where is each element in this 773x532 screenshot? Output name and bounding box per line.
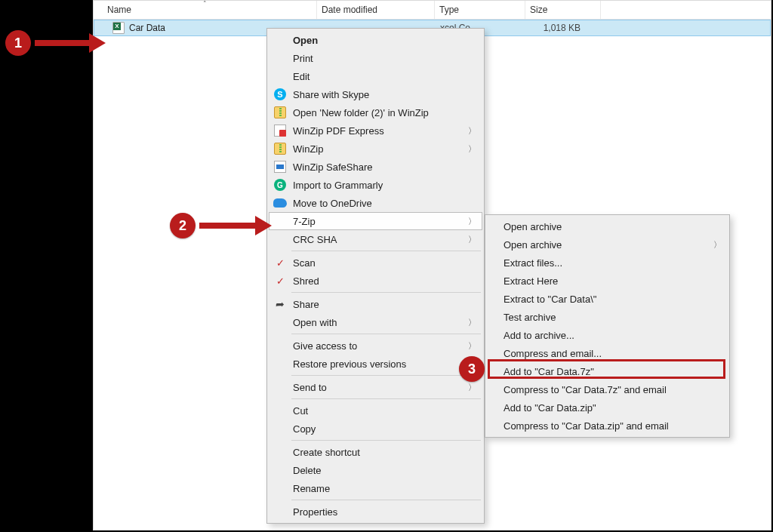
share-icon: ➦: [273, 297, 287, 311]
menu-separator: [291, 251, 481, 251]
menu-import-grammarly[interactable]: G Import to Grammarly: [269, 176, 482, 194]
submenu-arrow-icon: 〉: [468, 340, 476, 352]
submenu-arrow-icon: 〉: [468, 317, 476, 328]
menu-separator: [291, 334, 481, 334]
menu-winzip-safeshare[interactable]: WinZip SafeShare: [269, 158, 482, 176]
submenu-extract-files[interactable]: Extract files...: [487, 254, 728, 272]
column-date-label: Date modified: [322, 5, 377, 15]
submenu-test-archive[interactable]: Test archive: [487, 308, 728, 326]
menu-7zip[interactable]: 7-Zip 〉: [269, 212, 482, 230]
menu-restore-versions[interactable]: Restore previous versions: [269, 355, 482, 373]
skype-icon: S: [273, 88, 287, 101]
column-date-header[interactable]: Date modified: [317, 1, 435, 19]
annotation-step-3: 3: [459, 356, 485, 382]
submenu-arrow-icon: 〉: [468, 234, 476, 245]
mcafee-shred-icon: ✓: [273, 274, 287, 288]
mcafee-scan-icon: ✓: [273, 256, 287, 269]
menu-give-access[interactable]: Give access to 〉: [269, 337, 482, 355]
winzip-pdf-icon: [273, 124, 287, 137]
sort-ascending-icon: ˄: [203, 0, 207, 8]
submenu-compress-email[interactable]: Compress and email...: [487, 344, 728, 362]
onedrive-icon: [273, 196, 287, 210]
submenu-extract-here[interactable]: Extract Here: [487, 272, 728, 290]
submenu-compress-7z-email[interactable]: Compress to "Car Data.7z" and email: [487, 380, 728, 398]
menu-send-to[interactable]: Send to 〉: [269, 378, 482, 396]
menu-winzip-open-folder[interactable]: Open 'New folder (2)' in WinZip: [269, 103, 482, 121]
menu-shred[interactable]: ✓ Shred: [269, 272, 482, 290]
menu-move-onedrive[interactable]: Move to OneDrive: [269, 194, 482, 212]
menu-copy[interactable]: Copy: [269, 420, 482, 438]
winzip-safeshare-icon: [273, 160, 287, 174]
menu-share[interactable]: ➦ Share: [269, 295, 482, 313]
file-name-label: Car Data: [129, 23, 165, 33]
menu-open-with[interactable]: Open with 〉: [269, 313, 482, 331]
menu-separator: [291, 440, 481, 441]
menu-print[interactable]: Print: [269, 49, 482, 67]
submenu-open-archive[interactable]: Open archive: [487, 217, 728, 235]
grammarly-icon: G: [273, 178, 287, 192]
menu-scan[interactable]: ✓ Scan: [269, 254, 482, 272]
menu-properties[interactable]: Properties: [269, 503, 482, 521]
submenu-arrow-icon: 〉: [468, 216, 476, 227]
winzip-folder-icon: [273, 106, 287, 119]
column-type-label: Type: [439, 5, 459, 15]
submenu-arrow-icon: 〉: [468, 125, 476, 137]
menu-open[interactable]: Open: [269, 31, 482, 49]
annotation-step-1: 1: [5, 30, 31, 56]
menu-separator: [291, 398, 481, 399]
column-name-label: Name: [107, 5, 131, 15]
menu-winzip[interactable]: WinZip 〉: [269, 140, 482, 158]
sevenzip-submenu: Open archive Open archive 〉 Extract file…: [485, 214, 730, 438]
excel-file-icon: [112, 22, 125, 34]
submenu-add-zip[interactable]: Add to "Car Data.zip": [487, 398, 728, 417]
submenu-compress-zip-email[interactable]: Compress to "Car Data.zip" and email: [487, 417, 728, 435]
menu-share-skype[interactable]: S Share with Skype: [269, 85, 482, 103]
context-menu: Open Print Edit S Share with Skype Open …: [266, 28, 485, 524]
submenu-arrow-icon: 〉: [468, 382, 476, 393]
menu-separator: [291, 375, 481, 376]
annotation-arrow-1: [35, 35, 106, 51]
menu-separator: [291, 500, 481, 500]
column-size-header[interactable]: Size: [525, 1, 601, 19]
menu-create-shortcut[interactable]: Create shortcut: [269, 443, 482, 461]
menu-separator: [291, 292, 481, 293]
submenu-add-to-archive[interactable]: Add to archive...: [487, 326, 728, 344]
column-name-header[interactable]: Name ˄: [94, 1, 317, 19]
submenu-open-archive-2[interactable]: Open archive 〉: [487, 235, 728, 254]
menu-rename[interactable]: Rename: [269, 479, 482, 497]
menu-cut[interactable]: Cut: [269, 401, 482, 420]
instruction-margin: [0, 0, 93, 532]
menu-winzip-pdf-express[interactable]: WinZip PDF Express 〉: [269, 121, 482, 140]
menu-crc-sha[interactable]: CRC SHA 〉: [269, 230, 482, 248]
submenu-extract-to[interactable]: Extract to "Car Data\": [487, 290, 728, 308]
column-header-row: Name ˄ Date modified Type Size: [94, 1, 771, 20]
column-type-header[interactable]: Type: [435, 1, 525, 19]
menu-edit[interactable]: Edit: [269, 67, 482, 85]
winzip-icon: [273, 142, 287, 155]
annotation-step-2: 2: [170, 213, 196, 238]
submenu-arrow-icon: 〉: [468, 143, 476, 155]
annotation-arrow-2: [199, 218, 272, 233]
submenu-arrow-icon: 〉: [713, 239, 722, 251]
submenu-add-7z[interactable]: Add to "Car Data.7z": [487, 362, 728, 380]
file-size-cell: 1,018 KB: [526, 23, 602, 33]
column-size-label: Size: [530, 5, 547, 15]
menu-delete[interactable]: Delete: [269, 461, 482, 479]
